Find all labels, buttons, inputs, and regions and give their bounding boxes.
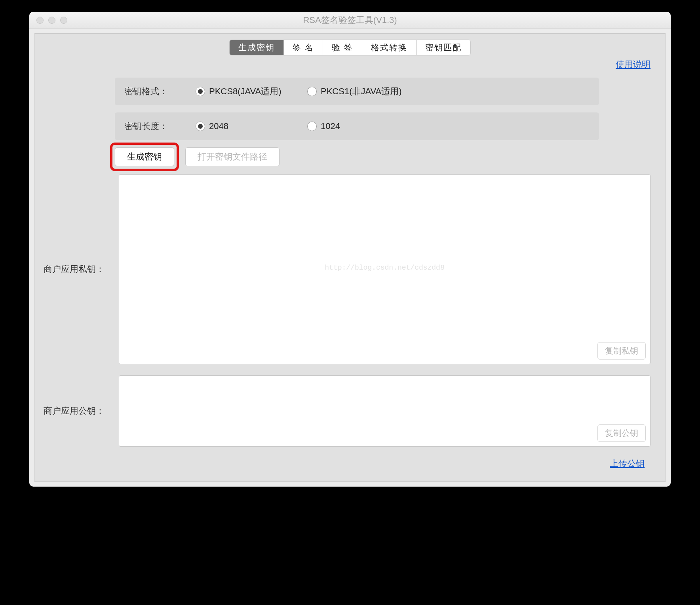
- key-format-radio-group: PKCS8(JAVA适用) PKCS1(非JAVA适用): [196, 86, 406, 97]
- key-format-label: 密钥格式：: [124, 86, 176, 97]
- key-length-radio-group: 2048 1024: [196, 121, 406, 131]
- private-key-textarea[interactable]: http://blog.csdn.net/cdszdd8: [119, 174, 651, 364]
- public-key-wrap: 复制公钥: [119, 375, 651, 447]
- maximize-icon[interactable]: [60, 17, 67, 24]
- tab-format-convert[interactable]: 格式转换: [362, 40, 417, 55]
- private-key-wrap: http://blog.csdn.net/cdszdd8 复制私钥: [119, 174, 651, 364]
- tab-bar: 生成密钥 签 名 验 签 格式转换 密钥匹配: [42, 40, 658, 55]
- radio-icon: [196, 87, 205, 96]
- titlebar: RSA签名验签工具(V1.3): [29, 12, 671, 29]
- tab-sign[interactable]: 签 名: [284, 40, 323, 55]
- radio-icon: [307, 87, 317, 96]
- watermark-text: http://blog.csdn.net/cdszdd8: [325, 264, 444, 272]
- radio-icon: [196, 122, 205, 131]
- copy-public-key-button[interactable]: 复制公钥: [597, 424, 646, 442]
- upload-link-row: 上传公钥: [42, 458, 658, 470]
- radio-pkcs1[interactable]: PKCS1(非JAVA适用): [307, 86, 406, 97]
- help-link[interactable]: 使用说明: [616, 59, 651, 69]
- tab-group: 生成密钥 签 名 验 签 格式转换 密钥匹配: [229, 40, 471, 55]
- minimize-icon[interactable]: [48, 17, 55, 24]
- help-link-row: 使用说明: [42, 59, 658, 70]
- private-key-label: 商户应用私钥：: [42, 263, 111, 275]
- public-key-textarea[interactable]: [119, 375, 651, 447]
- action-button-row: 生成密钥 打开密钥文件路径: [115, 147, 599, 166]
- app-window: RSA签名验签工具(V1.3) 生成密钥 签 名 验 签 格式转换 密钥匹配 使…: [29, 12, 671, 487]
- key-length-bar: 密钥长度： 2048 1024: [115, 112, 599, 140]
- key-format-bar: 密钥格式： PKCS8(JAVA适用) PKCS1(非JAVA适用): [115, 78, 599, 105]
- key-length-label: 密钥长度：: [124, 120, 176, 132]
- radio-pkcs8[interactable]: PKCS8(JAVA适用): [196, 86, 295, 97]
- open-key-path-button[interactable]: 打开密钥文件路径: [185, 147, 280, 166]
- tab-key-match[interactable]: 密钥匹配: [417, 40, 470, 55]
- close-icon[interactable]: [36, 17, 44, 24]
- radio-label: PKCS8(JAVA适用): [209, 86, 282, 97]
- private-key-section: 商户应用私钥： http://blog.csdn.net/cdszdd8 复制私…: [42, 174, 658, 364]
- traffic-lights: [29, 17, 67, 24]
- public-key-section: 商户应用公钥： 复制公钥: [42, 375, 658, 447]
- radio-2048[interactable]: 2048: [196, 121, 295, 131]
- radio-1024[interactable]: 1024: [307, 121, 406, 131]
- radio-icon: [307, 122, 317, 131]
- upload-public-key-link[interactable]: 上传公钥: [610, 459, 645, 468]
- tab-generate-key[interactable]: 生成密钥: [230, 40, 284, 55]
- window-title: RSA签名验签工具(V1.3): [29, 14, 671, 26]
- radio-label: PKCS1(非JAVA适用): [321, 86, 402, 97]
- generate-key-button[interactable]: 生成密钥: [115, 147, 174, 166]
- generate-button-wrap: 生成密钥: [115, 147, 174, 166]
- radio-label: 1024: [321, 121, 340, 131]
- content-area: 生成密钥 签 名 验 签 格式转换 密钥匹配 使用说明 密钥格式： PKCS8(…: [34, 33, 666, 482]
- tab-verify[interactable]: 验 签: [323, 40, 362, 55]
- public-key-label: 商户应用公钥：: [42, 405, 111, 417]
- radio-label: 2048: [209, 121, 228, 131]
- copy-private-key-button[interactable]: 复制私钥: [597, 342, 646, 360]
